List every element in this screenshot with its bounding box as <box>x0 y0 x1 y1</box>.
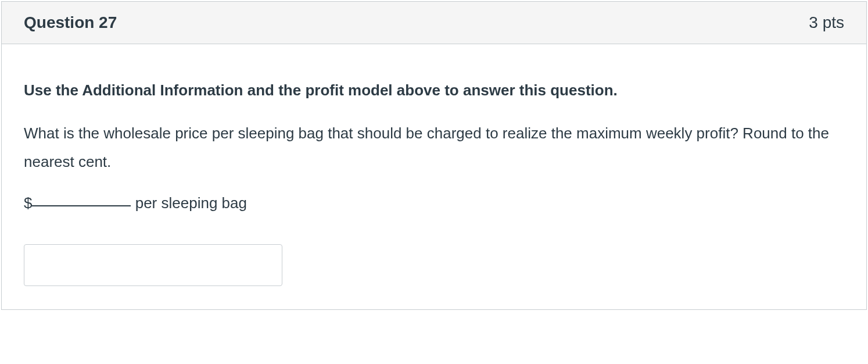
question-container: Question 27 3 pts Use the Additional Inf… <box>1 1 867 310</box>
question-body: Use the Additional Information and the p… <box>2 44 866 309</box>
question-points: 3 pts <box>809 13 844 32</box>
question-instruction: Use the Additional Information and the p… <box>24 79 844 102</box>
blank-prefix: $ <box>24 194 32 212</box>
question-text: What is the wholesale price per sleeping… <box>24 119 844 177</box>
answer-blank-line: $ per sleeping bag <box>24 194 844 212</box>
blank-underline <box>32 205 131 206</box>
question-header: Question 27 3 pts <box>2 2 866 44</box>
blank-suffix: per sleeping bag <box>131 194 246 212</box>
answer-input[interactable] <box>24 244 282 286</box>
question-title: Question 27 <box>24 13 117 32</box>
